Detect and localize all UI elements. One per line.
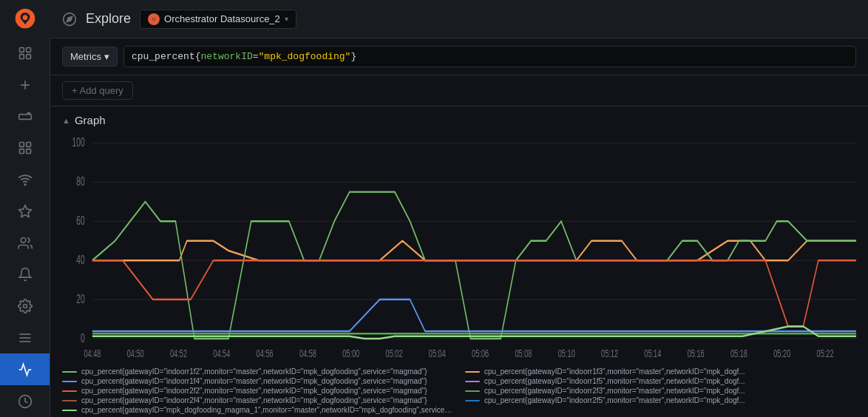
legend-text-0: cpu_percent{gatewayID="indoorr1f2",monit… [81, 367, 427, 376]
svg-text:80: 80 [76, 175, 85, 189]
sidebar [0, 0, 50, 417]
chart-svg: 100 80 60 40 20 0 04:48 04:50 04:52 04:5… [62, 131, 856, 363]
sidebar-item-users[interactable] [0, 227, 50, 259]
sidebar-item-starred[interactable] [0, 195, 50, 227]
graph-section: ▲ Graph 100 80 60 40 20 0 04:48 [50, 106, 868, 417]
legend-item-1: cpu_percent{gatewayID="indoorr1f3",monit… [465, 367, 856, 376]
sidebar-item-settings[interactable] [0, 291, 50, 322]
svg-text:05:22: 05:22 [817, 348, 834, 360]
legend-text-5: cpu_percent{gatewayID="indoorr2f3",monit… [484, 387, 745, 395]
chevron-down-icon: ▾ [285, 15, 288, 23]
legend-color-0 [62, 371, 77, 373]
legend-color-6 [62, 400, 77, 401]
query-brace-open: { [195, 51, 201, 62]
legend-item-7: cpu_percent{gatewayID="indoorr2f5",monit… [465, 396, 856, 404]
svg-text:05:06: 05:06 [472, 348, 489, 360]
sidebar-item-nms[interactable] [0, 322, 50, 354]
datasource-selector[interactable]: Orchestrator Datasource_2 ▾ [140, 10, 296, 29]
topbar: Explore Orchestrator Datasource_2 ▾ [50, 0, 868, 38]
svg-text:05:02: 05:02 [386, 348, 403, 360]
legend-color-2 [62, 381, 77, 382]
legend-color-7 [465, 400, 480, 401]
metrics-button[interactable]: Metrics ▾ [62, 47, 118, 67]
compass-icon [62, 12, 77, 27]
sidebar-item-history[interactable] [0, 385, 50, 417]
svg-rect-13 [19, 143, 24, 147]
svg-rect-3 [26, 47, 30, 52]
main-content: Explore Orchestrator Datasource_2 ▾ Metr… [50, 0, 868, 417]
legend-color-3 [465, 381, 480, 382]
legend-text-4: cpu_percent{gatewayID="indoorr2f2",monit… [81, 387, 427, 395]
svg-text:100: 100 [72, 136, 85, 149]
svg-text:0: 0 [81, 331, 85, 345]
query-label-key: networkID [201, 51, 253, 62]
legend-item-4: cpu_percent{gatewayID="indoorr2f2",monit… [62, 387, 453, 395]
svg-text:04:52: 04:52 [170, 348, 187, 360]
legend-item-3: cpu_percent{gatewayID="indoorr1f5",monit… [465, 377, 856, 385]
legend-item-0: cpu_percent{gatewayID="indoorr1f2",monit… [62, 367, 453, 376]
chart-container: 100 80 60 40 20 0 04:48 04:50 04:52 04:5… [50, 131, 868, 363]
svg-text:05:14: 05:14 [644, 348, 661, 360]
svg-rect-5 [26, 55, 30, 59]
legend: cpu_percent{gatewayID="indoorr1f2",monit… [50, 363, 868, 417]
legend-color-5 [465, 390, 480, 392]
collapse-icon[interactable]: ▲ [62, 116, 70, 125]
graph-title: Graph [75, 114, 106, 126]
logo [0, 0, 50, 38]
svg-text:20: 20 [76, 293, 85, 306]
svg-rect-2 [19, 47, 24, 52]
svg-text:05:12: 05:12 [601, 348, 618, 360]
svg-point-1 [22, 16, 27, 21]
legend-text-8: cpu_percent{gatewayID="mpk_dogfooding_ma… [81, 406, 453, 414]
svg-text:04:50: 04:50 [127, 348, 144, 360]
legend-item-8: cpu_percent{gatewayID="mpk_dogfooding_ma… [62, 406, 453, 414]
add-query-button[interactable]: + Add query [62, 81, 133, 100]
query-metric: cpu_percent [132, 51, 195, 62]
sidebar-item-router[interactable] [0, 101, 50, 132]
legend-item-5: cpu_percent{gatewayID="indoorr2f3",monit… [465, 387, 856, 395]
legend-text-2: cpu_percent{gatewayID="indoorr1f4",monit… [81, 377, 427, 385]
sidebar-item-dashboard[interactable] [0, 132, 50, 164]
svg-text:05:00: 05:00 [342, 348, 359, 360]
svg-text:60: 60 [76, 214, 85, 228]
legend-color-4 [62, 390, 77, 392]
legend-color-1 [465, 371, 480, 373]
svg-point-19 [21, 237, 26, 243]
query-input[interactable]: cpu_percent{networkID="mpk_dogfooding"} [123, 46, 856, 67]
sidebar-item-alerts[interactable] [0, 259, 50, 291]
legend-text-6: cpu_percent{gatewayID="indoorr2f4",monit… [81, 396, 427, 404]
svg-text:05:18: 05:18 [730, 348, 747, 360]
sidebar-item-wireless[interactable] [0, 164, 50, 196]
query-eq: = [253, 51, 259, 62]
svg-rect-16 [26, 149, 30, 154]
legend-text-1: cpu_percent{gatewayID="indoorr1f3",monit… [484, 367, 745, 376]
svg-point-17 [24, 184, 26, 186]
metrics-chevron-icon: ▾ [104, 51, 109, 62]
query-bar: Metrics ▾ cpu_percent{networkID="mpk_dog… [50, 38, 868, 75]
add-query-bar: + Add query [50, 75, 868, 106]
svg-point-20 [23, 305, 27, 308]
sidebar-item-home[interactable] [0, 38, 50, 70]
svg-marker-26 [67, 16, 72, 21]
svg-text:05:08: 05:08 [515, 348, 532, 360]
svg-text:05:10: 05:10 [558, 348, 575, 360]
svg-rect-4 [19, 55, 24, 59]
legend-color-8 [62, 410, 77, 411]
svg-marker-18 [18, 206, 31, 217]
svg-text:05:16: 05:16 [688, 348, 705, 360]
svg-text:04:54: 04:54 [213, 348, 230, 360]
legend-text-7: cpu_percent{gatewayID="indoorr2f5",monit… [484, 396, 745, 404]
svg-rect-14 [26, 143, 30, 147]
svg-rect-8 [18, 114, 31, 119]
svg-text:40: 40 [76, 254, 85, 267]
svg-point-28 [152, 18, 155, 21]
sidebar-item-add[interactable] [0, 69, 50, 101]
sidebar-item-explore[interactable] [0, 353, 50, 385]
page-title: Explore [86, 11, 131, 27]
svg-text:05:04: 05:04 [429, 348, 446, 360]
datasource-name: Orchestrator Datasource_2 [164, 13, 280, 24]
legend-item-6: cpu_percent{gatewayID="indoorr2f4",monit… [62, 396, 453, 404]
svg-text:04:56: 04:56 [257, 348, 274, 360]
svg-text:05:20: 05:20 [773, 348, 790, 360]
graph-header: ▲ Graph [50, 106, 868, 131]
